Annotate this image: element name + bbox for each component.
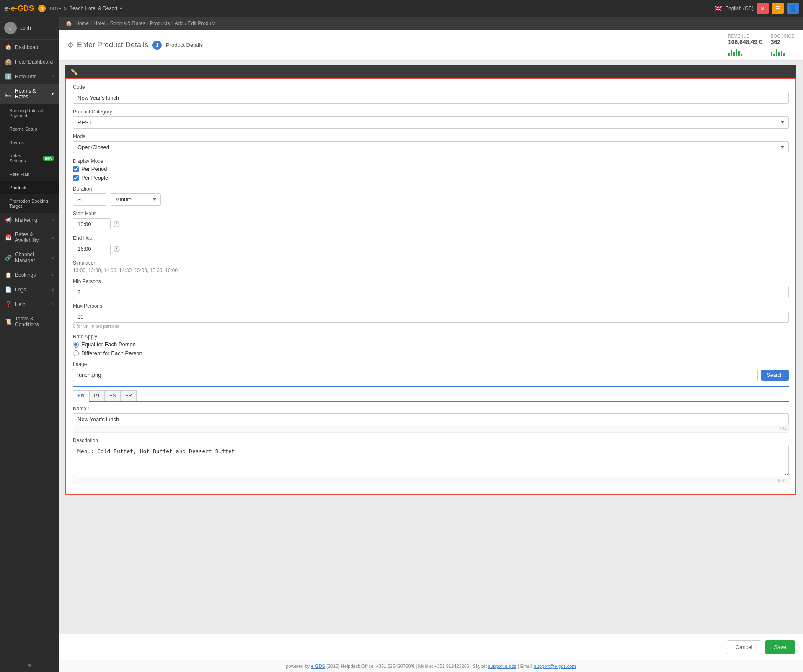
sidebar-item-hotel-info[interactable]: ℹ️ Hotel Info › (0, 69, 59, 84)
sidebar-item-rate-plan[interactable]: Rate Plan (0, 167, 59, 181)
per-people-checkbox[interactable] (73, 175, 79, 181)
description-textarea[interactable]: Menu: Cold Buffet, Hot Buffet and Desser… (73, 445, 789, 476)
search-button[interactable]: Search (761, 370, 789, 381)
bookings-bar-4 (778, 52, 780, 56)
sidebar-item-marketing[interactable]: 📢 Marketing › (0, 213, 59, 227)
form-footer: Cancel Save (59, 634, 803, 660)
sidebar-item-bookings[interactable]: 📋 Bookings › (0, 268, 59, 282)
category-select[interactable]: REST SPA ACTIVITY OTHER (73, 116, 789, 129)
page-title: ⚙ Enter Product Details (67, 41, 148, 50)
description-group: Description Menu: Cold Buffet, Hot Buffe… (73, 438, 789, 484)
bookings-icon: 📋 (5, 272, 12, 278)
max-persons-input[interactable] (73, 311, 789, 323)
breadcrumb-products[interactable]: Products (150, 21, 170, 26)
name-input[interactable] (73, 413, 789, 425)
cancel-button[interactable]: Cancel (727, 640, 761, 654)
sidebar-label-dashboard: Dashboard (15, 44, 40, 50)
breadcrumb-home[interactable]: Home (75, 21, 89, 26)
start-hour-group: Start Hour 🕐 (73, 211, 789, 230)
close-button[interactable]: ✕ (757, 3, 769, 14)
name-group: Name 134 (73, 406, 789, 433)
main-content: 🏠 Home / Hotel / Rooms & Rates / Product… (59, 17, 803, 672)
marketing-arrow: › (52, 218, 54, 222)
sidebar-item-rates-availability[interactable]: 📅 Rates & Availability › (0, 227, 59, 247)
start-hour-clock-icon: 🕐 (113, 221, 120, 227)
breadcrumb-hotel[interactable]: Hotel (93, 21, 105, 26)
sidebar-label-hotel-info: Hotel Info (15, 74, 36, 80)
menu-button[interactable]: ☰ (772, 3, 784, 14)
rate-different-radio[interactable] (73, 350, 79, 356)
rate-equal-radio-label[interactable]: Equal for Each Person (73, 341, 789, 348)
sidebar-item-logs[interactable]: 📄 Logs › (0, 282, 59, 297)
sidebar-item-rooms-setup[interactable]: Rooms Setup (0, 122, 59, 136)
sidebar-collapse-button[interactable]: ◀ (0, 657, 59, 672)
per-period-checkbox[interactable] (73, 166, 79, 172)
tab-es[interactable]: ES (105, 390, 121, 401)
bookings-bar-5 (781, 51, 782, 56)
rate-different-radio-label[interactable]: Different for Each Person (73, 350, 789, 356)
save-button[interactable]: Save (765, 640, 795, 654)
sidebar-item-dashboard[interactable]: 🏠 Dashboard (0, 40, 59, 54)
sidebar-item-hotel-dashboard[interactable]: 🏨 Hotel Dashboard (0, 54, 59, 69)
code-input[interactable] (73, 92, 789, 104)
start-hour-input[interactable] (73, 218, 111, 230)
footer-egds-link[interactable]: e-GDS (311, 664, 325, 669)
revenue-label: REVENUE (728, 34, 750, 39)
per-people-checkbox-label[interactable]: Per People (73, 175, 789, 181)
channel-manager-icon: 🔗 (5, 255, 12, 261)
end-hour-input[interactable] (73, 243, 111, 255)
breadcrumb-sep-4: / (171, 21, 173, 26)
sidebar-label-promotion: Promotion Booking Target (9, 198, 54, 209)
min-persons-input[interactable] (73, 286, 789, 298)
revenue-bar-5 (738, 51, 740, 56)
duration-input[interactable] (73, 193, 106, 206)
end-hour-label: End Hour (73, 235, 789, 241)
revenue-bar-4 (736, 49, 737, 56)
max-persons-hint: 0 for unlimited persons (73, 324, 789, 329)
sidebar: J Jonh 🏠 Dashboard 🏨 Hotel Dashboard ℹ️ … (0, 17, 59, 672)
tab-edit-icon[interactable]: ✏️ (70, 68, 77, 75)
sidebar-item-promotion[interactable]: Promotion Booking Target (0, 194, 59, 213)
rate-apply-radios: Equal for Each Person Different for Each… (73, 341, 789, 356)
footer-skype-link[interactable]: support.e-gds (488, 664, 516, 669)
top-nav-right: 🇬🇧 English (GB) ✕ ☰ 👤 (715, 3, 799, 14)
bookings-bar-3 (776, 49, 777, 56)
display-mode-checkboxes: Per Period Per People (73, 166, 789, 181)
display-mode-label: Display Mode (73, 158, 789, 164)
hotel-selector[interactable]: HOTELS Beach Hotel & Resort ▾ (50, 5, 122, 11)
sidebar-item-products[interactable]: Products (0, 181, 59, 194)
tab-pt[interactable]: PT (89, 390, 105, 401)
sidebar-item-rooms-rates[interactable]: 🛏️ Rooms & Rates ▾ (0, 84, 59, 104)
help-arrow: › (52, 302, 54, 306)
sidebar-item-booking-rules[interactable]: Booking Rules & Payment (0, 104, 59, 122)
sidebar-item-help[interactable]: ❓ Help › (0, 297, 59, 312)
main-layout: J Jonh 🏠 Dashboard 🏨 Hotel Dashboard ℹ️ … (0, 17, 803, 672)
breadcrumb-rooms-rates[interactable]: Rooms & Rates (110, 21, 145, 26)
notification-badge[interactable]: 4 (38, 5, 46, 12)
app-logo: e-e-GDS (4, 4, 34, 13)
sidebar-item-rates-settings[interactable]: Rates Settings new (0, 149, 59, 167)
user-button[interactable]: 👤 (787, 3, 799, 14)
hotel-dropdown-icon[interactable]: ▾ (120, 5, 122, 11)
logs-icon: 📄 (5, 286, 12, 293)
sidebar-item-channel-manager[interactable]: 🔗 Channel Manager › (0, 247, 59, 268)
sidebar-label-rates-availability: Rates & Availability (15, 232, 49, 243)
rate-equal-radio[interactable] (73, 342, 79, 348)
sidebar-item-boards[interactable]: Boards (0, 136, 59, 149)
sidebar-label-rooms-rates: Rooms & Rates (15, 88, 48, 100)
bookings-label: BOOKINGS (771, 34, 795, 39)
tab-en[interactable]: EN (73, 390, 89, 402)
tab-panel: ✏️ (65, 65, 796, 78)
image-input[interactable] (73, 369, 758, 381)
dashboard-icon: 🏠 (5, 44, 12, 50)
mode-label: Mode (73, 134, 789, 139)
rooms-rates-submenu: Booking Rules & Payment Rooms Setup Boar… (0, 104, 59, 213)
mode-select[interactable]: Open/Closed Open Closed (73, 141, 789, 153)
tab-fr[interactable]: FR (121, 390, 137, 401)
sidebar-item-terms[interactable]: 📜 Terms & Conditions (0, 312, 59, 332)
simulation-label: Simulation (73, 260, 789, 266)
flag-icon: 🇬🇧 (715, 5, 722, 12)
footer-email-link[interactable]: support@e-gds.com (534, 664, 576, 669)
per-period-checkbox-label[interactable]: Per Period (73, 166, 789, 172)
duration-unit-select[interactable]: Minute Hour Day (111, 193, 161, 206)
